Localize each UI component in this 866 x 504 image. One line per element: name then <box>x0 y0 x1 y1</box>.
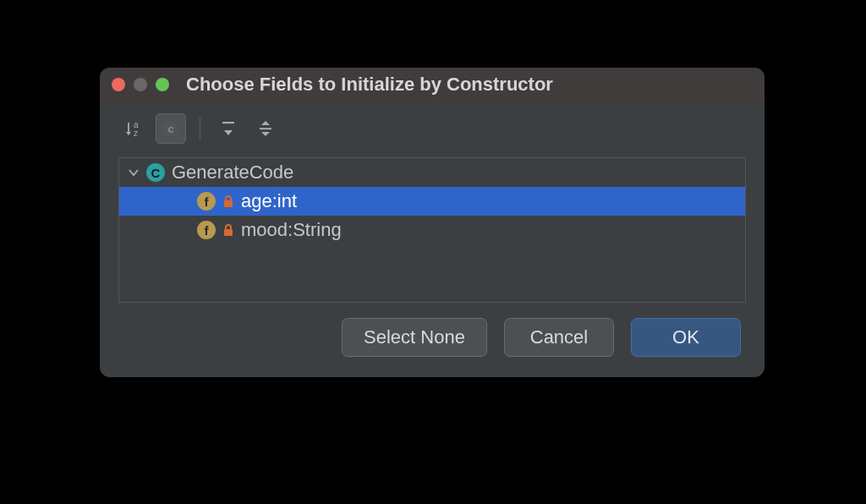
ok-button[interactable]: OK <box>631 318 741 357</box>
svg-text:z: z <box>134 129 138 138</box>
svg-rect-6 <box>224 200 233 207</box>
tree-field-row[interactable]: f age:int <box>119 187 745 216</box>
dialog-title: Choose Fields to Initialize by Construct… <box>186 74 553 96</box>
svg-text:c: c <box>167 123 173 135</box>
expand-all-button[interactable] <box>214 114 243 143</box>
svg-rect-7 <box>224 229 233 236</box>
expand-all-icon <box>219 119 238 138</box>
sort-alpha-button[interactable]: a z <box>118 114 147 143</box>
minimize-icon[interactable] <box>134 78 147 91</box>
titlebar: Choose Fields to Initialize by Construct… <box>100 68 765 101</box>
collapse-all-button[interactable] <box>251 114 280 143</box>
toolbar-separator <box>200 117 200 140</box>
svg-rect-5 <box>260 128 271 129</box>
field-tree: C GenerateCode f age:int f mood:String <box>118 157 746 303</box>
class-circle-icon: c <box>162 119 180 138</box>
tree-class-row[interactable]: C GenerateCode <box>119 158 745 187</box>
collapse-all-icon <box>256 119 275 138</box>
field-label: mood:String <box>241 219 342 241</box>
maximize-icon[interactable] <box>156 78 169 91</box>
field-label: age:int <box>241 190 297 212</box>
tree-field-row[interactable]: f mood:String <box>119 216 745 244</box>
select-none-button[interactable]: Select None <box>342 318 487 357</box>
close-icon[interactable] <box>112 78 125 91</box>
lock-icon <box>222 194 234 208</box>
class-icon: C <box>146 163 165 182</box>
button-bar: Select None Cancel OK <box>100 318 765 377</box>
cancel-button[interactable]: Cancel <box>504 318 614 357</box>
field-icon: f <box>197 192 216 211</box>
sort-alpha-icon: a z <box>123 119 142 138</box>
dialog: Choose Fields to Initialize by Construct… <box>100 68 765 377</box>
lock-icon <box>222 223 234 237</box>
class-name: GenerateCode <box>172 162 293 184</box>
field-icon: f <box>197 221 216 239</box>
chevron-down-icon <box>128 167 140 178</box>
toolbar: a z c <box>100 101 765 152</box>
show-classes-button[interactable]: c <box>156 113 186 144</box>
svg-rect-4 <box>222 122 234 123</box>
